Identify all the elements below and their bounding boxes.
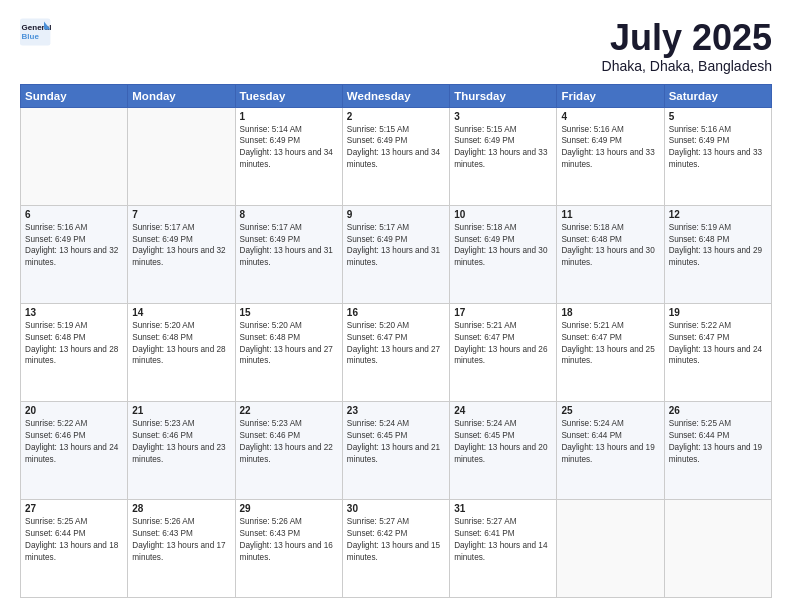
logo-icon: General Blue	[20, 18, 52, 46]
calendar-week-row: 6Sunrise: 5:16 AMSunset: 6:49 PMDaylight…	[21, 205, 772, 303]
main-title: July 2025	[602, 18, 772, 58]
calendar-day-cell: 1Sunrise: 5:14 AMSunset: 6:49 PMDaylight…	[235, 107, 342, 205]
calendar-day-cell: 12Sunrise: 5:19 AMSunset: 6:48 PMDayligh…	[664, 205, 771, 303]
day-info: Sunrise: 5:19 AMSunset: 6:48 PMDaylight:…	[669, 222, 767, 270]
calendar-day-cell: 17Sunrise: 5:21 AMSunset: 6:47 PMDayligh…	[450, 303, 557, 401]
calendar-day-cell: 10Sunrise: 5:18 AMSunset: 6:49 PMDayligh…	[450, 205, 557, 303]
calendar-week-row: 1Sunrise: 5:14 AMSunset: 6:49 PMDaylight…	[21, 107, 772, 205]
day-info: Sunrise: 5:19 AMSunset: 6:48 PMDaylight:…	[25, 320, 123, 368]
day-number: 5	[669, 111, 767, 122]
day-info: Sunrise: 5:18 AMSunset: 6:48 PMDaylight:…	[561, 222, 659, 270]
day-info: Sunrise: 5:22 AMSunset: 6:47 PMDaylight:…	[669, 320, 767, 368]
calendar-day-cell: 4Sunrise: 5:16 AMSunset: 6:49 PMDaylight…	[557, 107, 664, 205]
calendar-day-cell: 21Sunrise: 5:23 AMSunset: 6:46 PMDayligh…	[128, 401, 235, 499]
day-number: 28	[132, 503, 230, 514]
calendar-day-cell: 15Sunrise: 5:20 AMSunset: 6:48 PMDayligh…	[235, 303, 342, 401]
title-block: July 2025 Dhaka, Dhaka, Bangladesh	[602, 18, 772, 74]
calendar-day-cell: 28Sunrise: 5:26 AMSunset: 6:43 PMDayligh…	[128, 499, 235, 597]
calendar-day-cell: 5Sunrise: 5:16 AMSunset: 6:49 PMDaylight…	[664, 107, 771, 205]
calendar-week-row: 20Sunrise: 5:22 AMSunset: 6:46 PMDayligh…	[21, 401, 772, 499]
calendar-week-row: 13Sunrise: 5:19 AMSunset: 6:48 PMDayligh…	[21, 303, 772, 401]
day-number: 1	[240, 111, 338, 122]
day-info: Sunrise: 5:23 AMSunset: 6:46 PMDaylight:…	[132, 418, 230, 466]
day-info: Sunrise: 5:24 AMSunset: 6:45 PMDaylight:…	[454, 418, 552, 466]
day-info: Sunrise: 5:20 AMSunset: 6:48 PMDaylight:…	[132, 320, 230, 368]
day-number: 13	[25, 307, 123, 318]
day-info: Sunrise: 5:16 AMSunset: 6:49 PMDaylight:…	[669, 124, 767, 172]
day-number: 30	[347, 503, 445, 514]
calendar-day-cell: 29Sunrise: 5:26 AMSunset: 6:43 PMDayligh…	[235, 499, 342, 597]
day-number: 20	[25, 405, 123, 416]
calendar-day-cell: 9Sunrise: 5:17 AMSunset: 6:49 PMDaylight…	[342, 205, 449, 303]
calendar-day-cell: 19Sunrise: 5:22 AMSunset: 6:47 PMDayligh…	[664, 303, 771, 401]
calendar-day-cell: 8Sunrise: 5:17 AMSunset: 6:49 PMDaylight…	[235, 205, 342, 303]
calendar-day-cell	[664, 499, 771, 597]
calendar-day-cell: 25Sunrise: 5:24 AMSunset: 6:44 PMDayligh…	[557, 401, 664, 499]
page: General Blue July 2025 Dhaka, Dhaka, Ban…	[0, 0, 792, 612]
calendar-day-header: Wednesday	[342, 84, 449, 107]
calendar-day-cell: 22Sunrise: 5:23 AMSunset: 6:46 PMDayligh…	[235, 401, 342, 499]
calendar-day-header: Monday	[128, 84, 235, 107]
day-number: 18	[561, 307, 659, 318]
day-number: 7	[132, 209, 230, 220]
day-info: Sunrise: 5:18 AMSunset: 6:49 PMDaylight:…	[454, 222, 552, 270]
day-number: 25	[561, 405, 659, 416]
day-number: 9	[347, 209, 445, 220]
day-number: 11	[561, 209, 659, 220]
header: General Blue July 2025 Dhaka, Dhaka, Ban…	[20, 18, 772, 74]
day-info: Sunrise: 5:17 AMSunset: 6:49 PMDaylight:…	[240, 222, 338, 270]
day-number: 26	[669, 405, 767, 416]
day-number: 15	[240, 307, 338, 318]
day-number: 17	[454, 307, 552, 318]
day-info: Sunrise: 5:25 AMSunset: 6:44 PMDaylight:…	[25, 516, 123, 564]
calendar-header-row: SundayMondayTuesdayWednesdayThursdayFrid…	[21, 84, 772, 107]
calendar-table: SundayMondayTuesdayWednesdayThursdayFrid…	[20, 84, 772, 598]
calendar-day-header: Sunday	[21, 84, 128, 107]
calendar-day-cell: 14Sunrise: 5:20 AMSunset: 6:48 PMDayligh…	[128, 303, 235, 401]
day-number: 31	[454, 503, 552, 514]
calendar-day-cell	[128, 107, 235, 205]
logo: General Blue	[20, 18, 52, 46]
day-number: 22	[240, 405, 338, 416]
calendar-day-cell: 23Sunrise: 5:24 AMSunset: 6:45 PMDayligh…	[342, 401, 449, 499]
day-info: Sunrise: 5:24 AMSunset: 6:44 PMDaylight:…	[561, 418, 659, 466]
calendar-day-header: Tuesday	[235, 84, 342, 107]
day-number: 3	[454, 111, 552, 122]
day-info: Sunrise: 5:14 AMSunset: 6:49 PMDaylight:…	[240, 124, 338, 172]
day-info: Sunrise: 5:24 AMSunset: 6:45 PMDaylight:…	[347, 418, 445, 466]
day-info: Sunrise: 5:26 AMSunset: 6:43 PMDaylight:…	[132, 516, 230, 564]
calendar-day-cell	[21, 107, 128, 205]
calendar-day-cell: 2Sunrise: 5:15 AMSunset: 6:49 PMDaylight…	[342, 107, 449, 205]
calendar-day-header: Friday	[557, 84, 664, 107]
day-number: 21	[132, 405, 230, 416]
calendar-day-header: Saturday	[664, 84, 771, 107]
day-info: Sunrise: 5:20 AMSunset: 6:47 PMDaylight:…	[347, 320, 445, 368]
calendar-day-cell	[557, 499, 664, 597]
calendar-week-row: 27Sunrise: 5:25 AMSunset: 6:44 PMDayligh…	[21, 499, 772, 597]
calendar-day-header: Thursday	[450, 84, 557, 107]
day-number: 27	[25, 503, 123, 514]
day-info: Sunrise: 5:22 AMSunset: 6:46 PMDaylight:…	[25, 418, 123, 466]
day-info: Sunrise: 5:15 AMSunset: 6:49 PMDaylight:…	[347, 124, 445, 172]
day-info: Sunrise: 5:16 AMSunset: 6:49 PMDaylight:…	[561, 124, 659, 172]
day-info: Sunrise: 5:16 AMSunset: 6:49 PMDaylight:…	[25, 222, 123, 270]
day-number: 4	[561, 111, 659, 122]
calendar-day-cell: 31Sunrise: 5:27 AMSunset: 6:41 PMDayligh…	[450, 499, 557, 597]
day-number: 12	[669, 209, 767, 220]
calendar-day-cell: 16Sunrise: 5:20 AMSunset: 6:47 PMDayligh…	[342, 303, 449, 401]
day-number: 16	[347, 307, 445, 318]
day-info: Sunrise: 5:23 AMSunset: 6:46 PMDaylight:…	[240, 418, 338, 466]
calendar-day-cell: 11Sunrise: 5:18 AMSunset: 6:48 PMDayligh…	[557, 205, 664, 303]
day-number: 6	[25, 209, 123, 220]
day-info: Sunrise: 5:20 AMSunset: 6:48 PMDaylight:…	[240, 320, 338, 368]
day-info: Sunrise: 5:15 AMSunset: 6:49 PMDaylight:…	[454, 124, 552, 172]
calendar-day-cell: 26Sunrise: 5:25 AMSunset: 6:44 PMDayligh…	[664, 401, 771, 499]
calendar-day-cell: 3Sunrise: 5:15 AMSunset: 6:49 PMDaylight…	[450, 107, 557, 205]
day-info: Sunrise: 5:27 AMSunset: 6:41 PMDaylight:…	[454, 516, 552, 564]
calendar-day-cell: 30Sunrise: 5:27 AMSunset: 6:42 PMDayligh…	[342, 499, 449, 597]
day-info: Sunrise: 5:17 AMSunset: 6:49 PMDaylight:…	[132, 222, 230, 270]
day-number: 14	[132, 307, 230, 318]
day-number: 23	[347, 405, 445, 416]
svg-text:Blue: Blue	[22, 32, 40, 41]
day-number: 8	[240, 209, 338, 220]
